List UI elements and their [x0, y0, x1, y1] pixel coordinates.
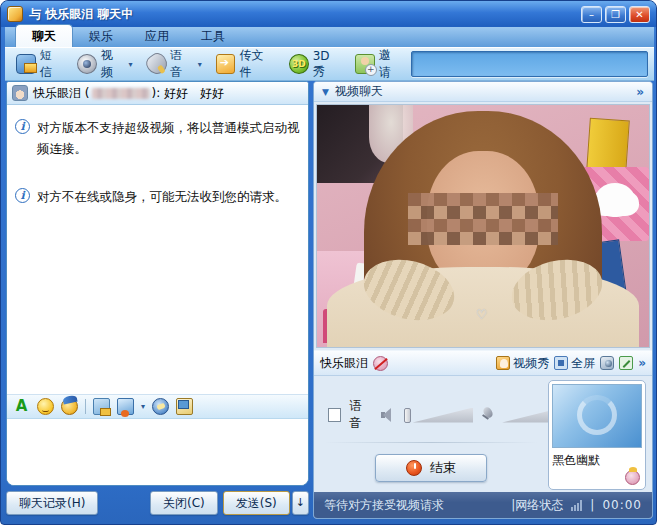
invite-icon	[355, 54, 375, 74]
chat-header: 快乐眼泪 (): 好好 好好	[7, 82, 308, 105]
maximize-button[interactable]: ❐	[605, 6, 626, 23]
video-show-button[interactable]: 视频秀	[496, 355, 549, 372]
status-divider: |	[590, 498, 594, 512]
system-message: i 对方不在线或隐身，可能无法收到您的请求。	[15, 186, 300, 207]
toolbar-empty-field[interactable]	[411, 51, 648, 77]
chat-panel: 快乐眼泪 (): 好好 好好 i 对方版本不支持超级视频，将以普通模式启动视频连…	[6, 81, 309, 486]
tab-chat[interactable]: 聊天	[15, 24, 73, 47]
magic-emoticon-icon[interactable]	[61, 398, 78, 415]
bottom-button-row: 聊天记录(H) 关闭(C) 发送(S) ↓	[6, 490, 309, 516]
send-file-button[interactable]: 传文件	[211, 45, 280, 83]
capture-dropdown-icon[interactable]: ▾	[141, 402, 145, 411]
speaker-slider-thumb[interactable]	[404, 408, 411, 423]
call-timer: 00:00	[602, 498, 642, 512]
power-icon	[406, 460, 422, 476]
app-icon	[7, 6, 23, 22]
panel-more-icon[interactable]: »	[636, 85, 644, 99]
chat-history-button[interactable]: 聊天记录(H)	[6, 491, 98, 515]
end-call-label: 结束	[430, 459, 456, 477]
voice-checkbox[interactable]	[328, 408, 341, 422]
peer-avatar[interactable]	[12, 85, 28, 101]
send-image-icon[interactable]	[93, 398, 110, 415]
voice-label: 语音	[170, 47, 194, 81]
file-transfer-icon	[216, 54, 236, 74]
window-title: 与 快乐眼泪 聊天中	[29, 6, 578, 23]
webcam-icon	[77, 54, 97, 74]
message-text: 对方版本不支持超级视频，将以普通模式启动视频连接。	[37, 117, 300, 160]
main-toolbar: 短信 视频 ▾ 语音 ▾ 传文件 3D 3D秀 邀请	[5, 48, 654, 81]
microphone-icon	[143, 50, 171, 78]
mic-icon	[481, 407, 494, 423]
person-necklace: ♡	[476, 308, 490, 321]
sms-icon	[16, 54, 36, 74]
toolbar-divider	[85, 399, 86, 414]
doodle-icon[interactable]	[152, 398, 169, 415]
end-call-button[interactable]: 结束	[375, 454, 487, 482]
video-panel: ▼ 视频聊天 » ♡ 快乐眼泪	[313, 81, 653, 519]
self-name: 黑色幽默	[552, 452, 642, 469]
tab-tools[interactable]: 工具	[185, 25, 241, 47]
send-file-label: 传文件	[239, 47, 274, 81]
video-show-icon	[496, 356, 510, 370]
collapse-icon[interactable]: ▼	[322, 87, 329, 97]
info-icon: i	[15, 188, 30, 203]
peer-status-text: 好好 好好	[164, 86, 224, 100]
fullscreen-button[interactable]: 全屏	[554, 355, 595, 372]
fullscreen-label: 全屏	[571, 355, 595, 372]
video-show-label: 视频秀	[513, 355, 549, 372]
speaker-volume-slider[interactable]	[413, 408, 473, 423]
emoticon-icon[interactable]	[37, 398, 54, 415]
info-icon: i	[15, 119, 30, 134]
font-format-icon[interactable]: A	[13, 398, 30, 415]
self-video-preview[interactable]	[552, 384, 642, 448]
video-panel-title: 视频聊天	[335, 83, 383, 100]
peer-name-line: 快乐眼泪 (): 好好 好好	[33, 85, 224, 102]
face-pixelation	[408, 193, 558, 245]
video-placeholder-swirl	[577, 395, 617, 435]
remote-video-feed[interactable]: ♡	[316, 104, 650, 348]
paren-open: (	[85, 86, 90, 100]
sms-button[interactable]: 短信	[11, 45, 68, 83]
resize-icon[interactable]	[619, 356, 633, 370]
3d-show-icon: 3D	[289, 54, 309, 74]
signal-bars-icon	[571, 500, 582, 511]
peer-id-blurred	[92, 88, 150, 99]
message-text: 对方不在线或隐身，可能无法收到您的请求。	[37, 186, 287, 207]
3d-show-label: 3D秀	[313, 49, 341, 80]
tab-entertainment[interactable]: 娱乐	[73, 25, 129, 47]
send-button[interactable]: 发送(S)	[223, 491, 290, 515]
gift-icon[interactable]	[176, 398, 193, 415]
paren-close: ):	[152, 86, 161, 100]
remote-peer-name: 快乐眼泪	[320, 355, 368, 372]
video-bg-kitty	[595, 183, 635, 217]
status-message: 等待对方接受视频请求	[324, 497, 444, 514]
video-dropdown-icon[interactable]: ▾	[129, 60, 133, 69]
video-button[interactable]: 视频 ▾	[72, 45, 137, 83]
invite-button[interactable]: 邀请	[350, 45, 407, 83]
speaker-icon	[381, 407, 396, 423]
message-area[interactable]: i 对方版本不支持超级视频，将以普通模式启动视频连接。 i 对方不在线或隐身，可…	[7, 105, 308, 394]
video-name-row: 快乐眼泪 视频秀 全屏 »	[314, 350, 652, 376]
network-status-label: |网络状态	[511, 497, 563, 514]
tab-apps[interactable]: 应用	[129, 25, 185, 47]
system-message: i 对方版本不支持超级视频，将以普通模式启动视频连接。	[15, 117, 300, 160]
camera-off-icon[interactable]	[373, 356, 388, 371]
self-camera-icon[interactable]	[625, 470, 640, 485]
more-actions-icon[interactable]: »	[638, 356, 646, 370]
voice-button[interactable]: 语音 ▾	[142, 45, 207, 83]
minimize-button[interactable]: –	[581, 6, 602, 23]
divider	[324, 442, 538, 443]
message-input[interactable]	[7, 419, 308, 485]
screen-capture-icon[interactable]	[117, 398, 134, 415]
snapshot-icon[interactable]	[600, 356, 614, 370]
video-label: 视频	[101, 47, 125, 81]
close-button[interactable]: ✕	[629, 6, 650, 23]
input-toolbar: A ▾	[7, 394, 308, 419]
close-chat-button[interactable]: 关闭(C)	[150, 491, 218, 515]
video-panel-header: ▼ 视频聊天 »	[314, 82, 652, 102]
send-options-button[interactable]: ↓	[292, 491, 309, 515]
voice-dropdown-icon[interactable]: ▾	[198, 60, 202, 69]
peer-name: 快乐眼泪	[33, 86, 81, 100]
voice-checkbox-label: 语音	[349, 398, 373, 432]
3d-show-button[interactable]: 3D 3D秀	[284, 47, 346, 82]
